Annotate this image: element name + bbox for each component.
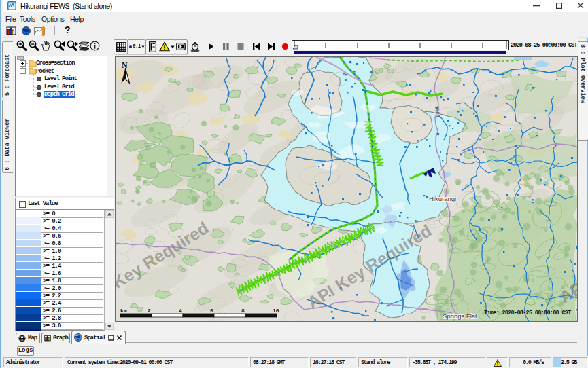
svg-text:2: 2	[148, 308, 151, 314]
svg-text:Springs Flat: Springs Flat	[443, 312, 477, 320]
svg-text:Time: 2020-08-25 00:00:00 CST: Time: 2020-08-25 00:00:00 CST	[484, 310, 571, 316]
svg-text:Hikurangi: Hikurangi	[429, 195, 456, 202]
svg-text:6: 6	[210, 308, 213, 314]
svg-text:SH 1: SH 1	[434, 105, 441, 118]
svg-text:N: N	[122, 60, 128, 70]
svg-text:10: 10	[273, 308, 279, 314]
svg-text:4: 4	[179, 308, 182, 314]
svg-text:8: 8	[241, 308, 245, 314]
svg-text:km: km	[120, 308, 127, 314]
